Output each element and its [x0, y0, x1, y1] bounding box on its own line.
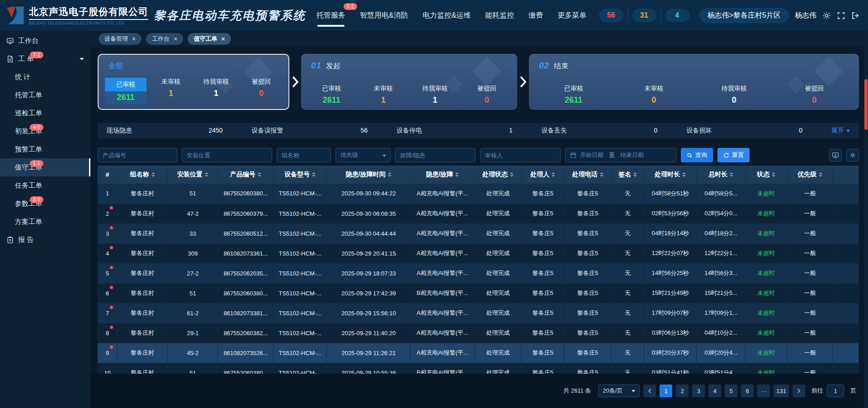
column-header[interactable]: 总时长 [697, 166, 745, 184]
sort-icon[interactable] [455, 172, 459, 177]
page-button[interactable]: 1 [660, 384, 672, 397]
priority-select[interactable]: 优先级 [335, 148, 391, 162]
sidebar-item[interactable]: 工 单7-1 [0, 50, 90, 68]
page-ellipsis-button[interactable]: ··· [757, 384, 770, 397]
topnav-item[interactable]: 电力监控&运维 [423, 0, 471, 31]
sort-icon[interactable] [730, 172, 733, 177]
page-button[interactable]: 4 [708, 384, 721, 397]
sort-icon[interactable] [682, 172, 686, 177]
tab[interactable]: 工作台× [146, 33, 183, 45]
sidebar-item[interactable]: 预警工单 [0, 140, 90, 158]
next-page-button[interactable] [793, 384, 805, 397]
table-row[interactable]: 8黎各庄村29-1867552060382...TS5102-HCM-...20… [98, 323, 859, 343]
close-icon[interactable]: × [132, 36, 136, 42]
reviewer-input[interactable] [480, 148, 561, 162]
card-stat[interactable]: 已审核2611 [533, 85, 614, 105]
column-header[interactable]: 处理状态 [474, 166, 521, 184]
sidebar-item[interactable]: 任务工单 [0, 176, 90, 195]
page-scrollbar-thumb[interactable] [864, 79, 868, 130]
status-card[interactable]: 01发起已审核2611未审核1待我审核1被驳回0 [301, 54, 517, 110]
search-button[interactable]: 查询 [681, 148, 713, 162]
export-button[interactable] [829, 149, 842, 161]
sort-icon[interactable] [312, 172, 316, 177]
column-header[interactable]: 安装位置 [168, 166, 218, 184]
column-header[interactable]: 优先级 [787, 166, 833, 184]
card-stat[interactable]: 待我审核1 [193, 78, 239, 104]
page-button[interactable]: 3 [692, 384, 705, 397]
card-stat[interactable]: 待我审核1 [409, 85, 461, 105]
sort-icon[interactable] [552, 172, 555, 177]
sort-icon[interactable] [772, 172, 775, 177]
column-header[interactable]: 产品编号 [218, 166, 274, 184]
group-name-input[interactable] [277, 148, 331, 162]
sidebar-item[interactable]: 参数工单2-0 [0, 195, 90, 213]
page-size-select[interactable]: 20条/页 [598, 384, 640, 397]
status-card[interactable]: 全部已审核2611未审核1待我审核1被驳回0 [98, 54, 289, 110]
sort-icon[interactable] [819, 172, 822, 177]
tab[interactable]: 值守工单× [188, 33, 231, 45]
product-no-input[interactable] [98, 148, 177, 162]
card-stat[interactable]: 被驳回0 [774, 85, 855, 105]
column-header[interactable]: 签名 [611, 166, 644, 184]
column-header[interactable]: 设备型号 [274, 166, 327, 184]
sidebar-item[interactable]: 统 计 [0, 68, 90, 86]
sort-icon[interactable] [258, 172, 261, 177]
column-header[interactable]: 状态 [745, 166, 788, 184]
column-header[interactable]: 处理时长 [644, 166, 697, 184]
table-row[interactable]: 6黎各庄村51867552060380...TS5102-HCM-...2025… [98, 283, 859, 303]
sort-icon[interactable] [600, 172, 604, 177]
card-stat[interactable]: 未审核0 [614, 85, 694, 105]
goto-page-input[interactable] [827, 384, 844, 397]
column-header[interactable]: 隐患/故障 [410, 166, 474, 184]
sidebar-item[interactable]: 巡检工单 [0, 104, 90, 122]
card-stat[interactable]: 未审核1 [358, 85, 410, 105]
card-stat[interactable]: 被驳回0 [461, 85, 513, 105]
sort-icon[interactable] [205, 172, 208, 177]
sidebar-item[interactable]: 值守工单1-1 [0, 158, 90, 176]
column-header[interactable]: 隐患/故障时间 [327, 166, 410, 184]
table-row[interactable]: 4黎各庄村309861082073361...TS5102-HCM-...202… [98, 243, 859, 263]
topnav-item[interactable]: 托管服务7-1 [316, 0, 345, 31]
topnav-item[interactable]: 更多菜单 [557, 0, 586, 31]
sidebar-item[interactable]: 托管工单 [0, 86, 90, 104]
card-stat[interactable]: 未审核1 [148, 78, 193, 104]
card-stat[interactable]: 已审核2611 [103, 78, 148, 104]
topnav-item[interactable]: 缴费 [528, 0, 543, 31]
sort-icon[interactable] [510, 172, 514, 177]
column-header[interactable]: 处理电话 [564, 166, 611, 184]
fullscreen-icon[interactable] [837, 11, 845, 20]
tab[interactable]: 设备管理× [99, 33, 142, 45]
gear-icon[interactable] [822, 11, 831, 20]
column-header[interactable]: # [98, 166, 118, 184]
table-row[interactable]: 3黎各庄村33867552060512...TS5102-HCM-...2025… [98, 223, 859, 243]
card-stat[interactable]: 已审核2611 [306, 85, 358, 105]
page-scrollbar[interactable] [864, 31, 868, 408]
close-icon[interactable]: × [221, 36, 225, 42]
table-settings-button[interactable] [846, 149, 859, 161]
table-row[interactable]: 7黎各庄村61-2861082073381...TS5102-HCM-...20… [98, 303, 859, 323]
sidebar-item[interactable]: 工作台 [0, 32, 90, 50]
sort-icon[interactable] [151, 172, 155, 177]
table-row[interactable]: 10黎各庄村51867552060380...TS5102-HCM-...202… [98, 363, 859, 374]
table-row[interactable]: 9黎各庄村45-2861082073526...TS5102-HCM-...20… [98, 343, 859, 363]
sidebar-item[interactable]: 初装工单4-0 [0, 122, 90, 140]
alarm-counter[interactable]: 31 [628, 9, 661, 22]
sidebar-item[interactable]: 报 告 [0, 231, 90, 249]
logout-icon[interactable] [851, 11, 860, 20]
page-button[interactable]: 6 [741, 384, 754, 397]
prev-page-button[interactable] [643, 384, 656, 397]
page-button[interactable]: 5 [725, 384, 737, 397]
table-row[interactable]: 5黎各庄村27-2867552062035...TS5102-HCM-...20… [98, 263, 859, 283]
install-location-input[interactable] [182, 148, 272, 162]
card-stat[interactable]: 被驳回0 [239, 78, 284, 104]
date-range-picker[interactable]: 开始日期 至 结束日期 [565, 148, 676, 162]
user-name[interactable]: 杨志伟 [795, 11, 816, 20]
expand-link[interactable]: 展开 [831, 127, 850, 135]
reset-button[interactable]: 重置 [717, 148, 750, 162]
table-row[interactable]: 1黎各庄村51867552060380...TS5102-HCM-...2025… [98, 184, 859, 204]
table-row[interactable]: 2黎各庄村47-2867552060379...TS5102-HCM-...20… [98, 204, 859, 223]
page-button[interactable]: 131 [774, 384, 789, 397]
topnav-item[interactable]: 能耗监控 [485, 0, 514, 31]
close-icon[interactable]: × [174, 36, 177, 42]
alarm-counter[interactable]: 56 [595, 9, 628, 22]
